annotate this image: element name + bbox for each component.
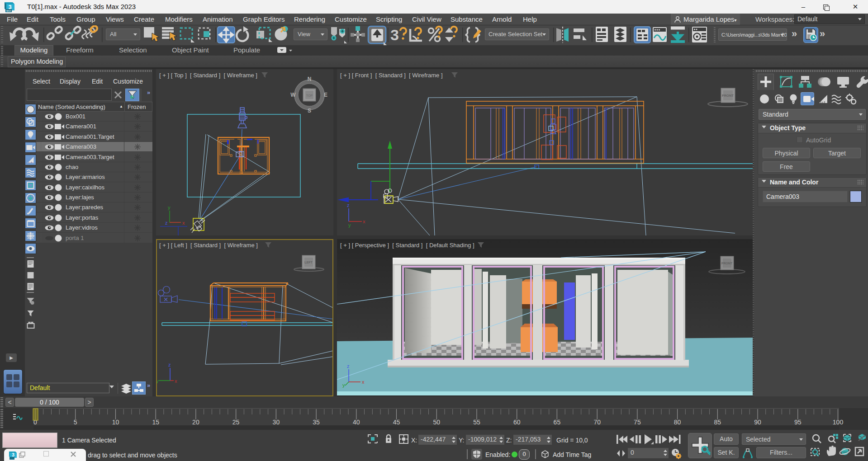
svg-text:y: y xyxy=(348,222,351,228)
svg-text:z: z xyxy=(165,220,168,226)
svg-text:3: 3 xyxy=(12,452,14,457)
svg-text:50: 50 xyxy=(433,419,441,426)
svg-text:FRONT: FRONT xyxy=(722,94,734,98)
svg-text:75: 75 xyxy=(634,419,641,426)
svg-text:80: 80 xyxy=(674,419,681,426)
svg-text:95: 95 xyxy=(794,419,802,426)
svg-text:y: y xyxy=(168,205,171,210)
svg-text:3: 3 xyxy=(390,26,399,43)
svg-text:20: 20 xyxy=(192,419,199,426)
svg-text:N: N xyxy=(308,76,312,82)
svg-text:10: 10 xyxy=(112,419,119,426)
svg-text:55: 55 xyxy=(473,419,480,426)
svg-text:TOP: TOP xyxy=(306,94,313,97)
svg-text:60: 60 xyxy=(513,419,521,426)
svg-text:100: 100 xyxy=(833,419,844,426)
svg-text:85: 85 xyxy=(714,419,721,426)
svg-text:LEFT: LEFT xyxy=(304,261,313,264)
svg-text:25: 25 xyxy=(232,419,240,426)
svg-text:z: z xyxy=(168,362,171,367)
svg-text:y: y xyxy=(342,382,345,388)
svg-text:45: 45 xyxy=(393,419,400,426)
svg-text:30: 30 xyxy=(273,419,280,426)
svg-text:3: 3 xyxy=(8,4,11,10)
svg-text:z: z xyxy=(347,363,350,369)
svg-text:5: 5 xyxy=(74,419,77,426)
svg-text:x: x xyxy=(175,378,177,384)
svg-text:90: 90 xyxy=(754,419,761,426)
svg-text:y: y xyxy=(156,378,159,384)
svg-text:E: E xyxy=(324,92,327,98)
svg-text:35: 35 xyxy=(313,419,320,426)
svg-text:z: z xyxy=(347,202,350,208)
svg-text:x: x xyxy=(362,379,365,385)
svg-text:70: 70 xyxy=(593,419,601,426)
svg-text:S: S xyxy=(308,108,311,114)
svg-text:15: 15 xyxy=(152,419,159,426)
svg-text:x: x xyxy=(182,220,185,226)
svg-text:40: 40 xyxy=(353,419,360,426)
svg-text:65: 65 xyxy=(554,419,561,426)
svg-text:W: W xyxy=(290,92,296,98)
svg-text:FRONT: FRONT xyxy=(721,262,733,265)
svg-text:x: x xyxy=(363,219,365,224)
